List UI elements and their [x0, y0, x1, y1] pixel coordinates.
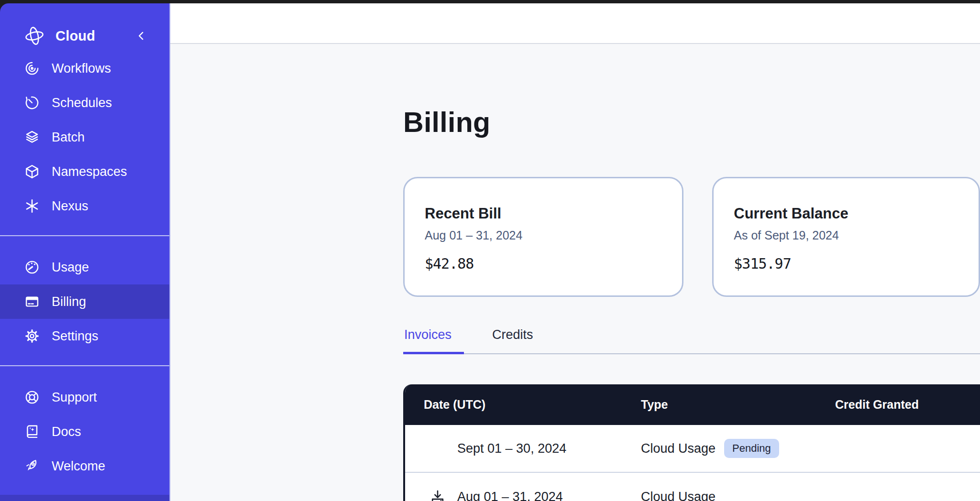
invoice-date: Aug 01 – 31, 2024	[457, 490, 563, 501]
usage-icon	[24, 259, 40, 275]
column-header-credit-granted: Credit Granted	[815, 398, 980, 412]
workflows-icon	[24, 60, 40, 76]
top-navigation-bar	[170, 3, 980, 44]
billing-icon	[24, 294, 40, 310]
billing-tabs: Invoices Credits	[403, 327, 980, 354]
sidebar-brand-row[interactable]: Cloud	[0, 21, 169, 51]
table-row: Sept 01 – 30, 2024 Cloud Usage Pending	[405, 425, 980, 473]
sidebar-item-label: Billing	[52, 294, 86, 309]
sidebar-divider	[0, 365, 169, 366]
summary-cards-row: Recent Bill Aug 01 – 31, 2024 $42.88 Cur…	[403, 177, 980, 297]
card-amount: $315.97	[734, 255, 979, 272]
current-balance-card: Current Balance As of Sept 19, 2024 $315…	[712, 177, 980, 297]
sidebar-bottom-strip	[0, 495, 169, 501]
sidebar-item-label: Workflows	[52, 61, 111, 76]
table-header-row: Date (UTC) Type Credit Granted	[405, 384, 980, 425]
settings-icon	[24, 328, 40, 344]
welcome-icon	[24, 458, 40, 474]
invoice-type: Cloud Usage	[641, 490, 716, 501]
sidebar-item-label: Welcome	[52, 459, 105, 474]
column-header-date: Date (UTC)	[405, 398, 620, 412]
invoice-date: Sept 01 – 30, 2024	[457, 441, 566, 456]
sidebar-item-support[interactable]: Support	[0, 380, 169, 414]
column-header-type: Type	[620, 398, 815, 412]
sidebar-item-schedules[interactable]: Schedules	[0, 86, 169, 120]
sidebar-item-label: Settings	[52, 329, 99, 344]
brand-label: Cloud	[55, 28, 95, 44]
recent-bill-card: Recent Bill Aug 01 – 31, 2024 $42.88	[403, 177, 683, 297]
sidebar-item-label: Schedules	[52, 96, 112, 110]
sidebar-item-settings[interactable]: Settings	[0, 319, 169, 353]
nexus-icon	[24, 198, 40, 214]
chevron-left-icon	[134, 29, 148, 43]
card-as-of-date: As of Sept 19, 2024	[734, 229, 979, 242]
batch-icon	[24, 129, 40, 145]
namespaces-icon	[24, 163, 40, 180]
invoices-table: Date (UTC) Type Credit Granted Sept 01 –…	[403, 384, 980, 501]
invoice-date-cell: Sept 01 – 30, 2024	[405, 441, 620, 456]
sidebar-item-billing[interactable]: Billing	[0, 284, 169, 319]
main-area: Billing Recent Bill Aug 01 – 31, 2024 $4…	[170, 3, 980, 501]
sidebar-item-label: Nexus	[52, 199, 88, 214]
schedules-icon	[24, 95, 40, 111]
docs-icon	[24, 424, 40, 440]
sidebar-item-welcome[interactable]: Welcome	[0, 449, 169, 483]
card-amount: $42.88	[425, 255, 682, 272]
sidebar: Cloud Workflows	[0, 3, 170, 501]
support-icon	[24, 389, 40, 405]
page-title: Billing	[403, 106, 980, 139]
invoice-date-cell: Aug 01 – 31, 2024	[405, 489, 620, 501]
sidebar-item-namespaces[interactable]: Namespaces	[0, 154, 169, 189]
sidebar-item-label: Namespaces	[52, 164, 127, 179]
tab-invoices[interactable]: Invoices	[403, 327, 464, 354]
invoice-type-cell: Cloud Usage Pending	[620, 439, 815, 458]
tab-credits[interactable]: Credits	[491, 327, 534, 354]
sidebar-item-label: Batch	[52, 130, 85, 145]
billing-page-content: Billing Recent Bill Aug 01 – 31, 2024 $4…	[170, 44, 980, 501]
sidebar-item-label: Usage	[52, 260, 89, 275]
sidebar-item-docs[interactable]: Docs	[0, 414, 169, 449]
status-badge: Pending	[724, 439, 779, 458]
sidebar-divider	[0, 235, 169, 236]
temporal-logo-icon	[24, 25, 45, 46]
sidebar-collapse-button[interactable]	[134, 29, 148, 43]
card-title: Recent Bill	[425, 205, 682, 222]
invoice-type: Cloud Usage	[641, 441, 716, 456]
invoice-type-cell: Cloud Usage	[620, 490, 815, 501]
sidebar-item-label: Support	[52, 390, 97, 405]
card-date-range: Aug 01 – 31, 2024	[425, 229, 682, 242]
sidebar-item-workflows[interactable]: Workflows	[0, 51, 169, 86]
card-title: Current Balance	[734, 205, 979, 222]
sidebar-item-usage[interactable]: Usage	[0, 250, 169, 284]
download-invoice-button[interactable]	[429, 489, 457, 501]
table-row: Aug 01 – 31, 2024 Cloud Usage	[405, 473, 980, 501]
download-icon	[429, 489, 446, 501]
app-window: Cloud Workflows	[0, 3, 980, 501]
sidebar-item-label: Docs	[52, 425, 81, 439]
sidebar-item-batch[interactable]: Batch	[0, 120, 169, 154]
sidebar-item-nexus[interactable]: Nexus	[0, 189, 169, 223]
